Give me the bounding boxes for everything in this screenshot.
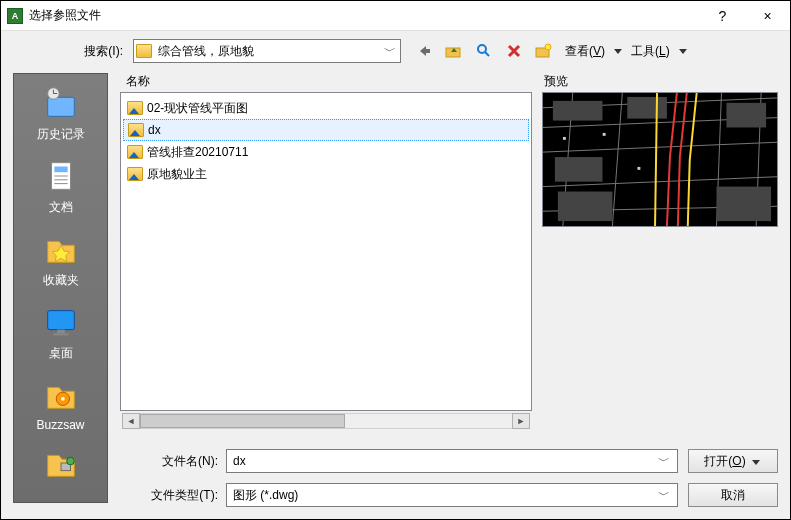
titlebar: A 选择参照文件 ? × (1, 1, 790, 31)
file-name: 原地貌业主 (147, 166, 207, 183)
sidebar-item-label: 桌面 (49, 345, 73, 362)
cancel-button[interactable]: 取消 (688, 483, 778, 507)
sidebar-item-history[interactable]: 历史记录 (18, 80, 103, 147)
help-button[interactable]: ? (700, 1, 745, 30)
scroll-left-icon[interactable]: ◄ (122, 413, 140, 429)
file-name: 管线排查20210711 (147, 144, 248, 161)
view-menu-button[interactable]: 查看(V) (559, 39, 611, 63)
toolbar: 搜索(I): 综合管线，原地貌 ﹀ 查看(V) 工具(L) (1, 31, 790, 69)
dwg-file-icon (127, 145, 143, 159)
scroll-thumb[interactable] (140, 414, 345, 428)
filename-label: 文件名(N): (120, 453, 226, 470)
folder-icon (136, 44, 152, 58)
dialog-body: 历史记录 文档 收藏夹 桌面 (1, 69, 790, 517)
file-name: dx (148, 123, 161, 137)
scroll-right-icon[interactable]: ► (512, 413, 530, 429)
file-row[interactable]: 02-现状管线平面图 (123, 97, 529, 119)
ftp-icon (40, 444, 82, 482)
search-icon (476, 43, 492, 59)
sidebar-item-ftp[interactable] (18, 440, 103, 486)
svg-rect-15 (47, 311, 74, 330)
up-folder-button[interactable] (441, 39, 467, 63)
new-folder-button[interactable] (531, 39, 557, 63)
filetype-label: 文件类型(T): (120, 487, 226, 504)
new-folder-icon (535, 43, 553, 59)
buzzsaw-icon (40, 376, 82, 414)
svg-line-3 (485, 52, 489, 56)
delete-button[interactable] (501, 39, 527, 63)
sidebar-item-desktop[interactable]: 桌面 (18, 299, 103, 366)
svg-rect-34 (726, 103, 766, 128)
svg-rect-35 (555, 157, 603, 182)
favorites-icon (40, 230, 82, 268)
view-menu-dropdown-icon[interactable] (613, 49, 623, 54)
sidebar-item-label: Buzzsaw (36, 418, 84, 432)
sidebar-item-buzzsaw[interactable]: Buzzsaw (18, 372, 103, 436)
back-button[interactable] (411, 39, 437, 63)
svg-rect-17 (53, 333, 68, 335)
svg-rect-0 (425, 49, 430, 53)
svg-rect-16 (57, 330, 65, 334)
svg-text:■: ■ (637, 165, 641, 171)
dwg-file-icon (127, 167, 143, 181)
file-list-header[interactable]: 名称 (120, 69, 532, 92)
filetype-dropdown[interactable]: 图形 (*.dwg) ﹀ (226, 483, 678, 507)
preview-thumbnail: ■■■ (542, 92, 778, 227)
svg-rect-33 (627, 97, 667, 119)
search-label: 搜索(I): (15, 43, 131, 60)
file-list[interactable]: 02-现状管线平面图dx管线排查20210711原地貌业主 (120, 92, 532, 411)
file-row[interactable]: dx (123, 119, 529, 141)
svg-rect-36 (558, 192, 613, 222)
svg-point-19 (61, 397, 65, 401)
tools-menu-button[interactable]: 工具(L) (625, 39, 676, 63)
svg-point-2 (478, 45, 486, 53)
svg-point-21 (66, 457, 74, 465)
filename-input[interactable]: dx ﹀ (226, 449, 678, 473)
back-arrow-icon (416, 44, 432, 58)
dwg-file-icon (128, 123, 144, 137)
filetype-value: 图形 (*.dwg) (233, 487, 657, 504)
filename-value: dx (233, 454, 657, 468)
places-sidebar[interactable]: 历史记录 文档 收藏夹 桌面 (13, 73, 108, 503)
chevron-down-icon[interactable]: ﹀ (657, 487, 671, 504)
dialog-window: A 选择参照文件 ? × 搜索(I): 综合管线，原地貌 ﹀ 查看(V) (0, 0, 791, 520)
svg-rect-37 (717, 187, 772, 221)
horizontal-scrollbar[interactable]: ◄ ► (120, 411, 532, 429)
file-name: 02-现状管线平面图 (147, 100, 248, 117)
file-row[interactable]: 管线排查20210711 (123, 141, 529, 163)
up-folder-icon (445, 43, 463, 59)
svg-text:■: ■ (563, 135, 567, 141)
sidebar-item-label: 收藏夹 (43, 272, 79, 289)
svg-rect-11 (54, 167, 67, 173)
scroll-track[interactable] (140, 413, 512, 429)
desktop-icon (40, 303, 82, 341)
close-button[interactable]: × (745, 1, 790, 30)
search-value: 综合管线，原地貌 (158, 43, 382, 60)
documents-icon (40, 157, 82, 195)
open-dropdown-icon[interactable] (746, 454, 762, 468)
svg-point-5 (545, 44, 551, 50)
sidebar-item-label: 历史记录 (37, 126, 85, 143)
chevron-down-icon: ﹀ (382, 43, 398, 60)
delete-x-icon (506, 43, 522, 59)
open-button[interactable]: 打开(O) (688, 449, 778, 473)
preview-label: 预览 (542, 69, 778, 92)
svg-rect-32 (553, 101, 603, 121)
sidebar-item-label: 文档 (49, 199, 73, 216)
search-dropdown[interactable]: 综合管线，原地貌 ﹀ (133, 39, 401, 63)
app-icon: A (7, 8, 23, 24)
svg-rect-6 (47, 97, 74, 116)
dwg-file-icon (127, 101, 143, 115)
sidebar-item-favorites[interactable]: 收藏夹 (18, 226, 103, 293)
svg-text:■: ■ (602, 131, 606, 137)
window-title: 选择参照文件 (29, 7, 700, 24)
file-row[interactable]: 原地貌业主 (123, 163, 529, 185)
search-web-button[interactable] (471, 39, 497, 63)
main-column: 名称 02-现状管线平面图dx管线排查20210711原地貌业主 ◄ ► 预览 (120, 69, 778, 507)
sidebar-item-documents[interactable]: 文档 (18, 153, 103, 220)
history-icon (40, 84, 82, 122)
tools-menu-dropdown-icon[interactable] (678, 49, 688, 54)
chevron-down-icon[interactable]: ﹀ (657, 453, 671, 470)
